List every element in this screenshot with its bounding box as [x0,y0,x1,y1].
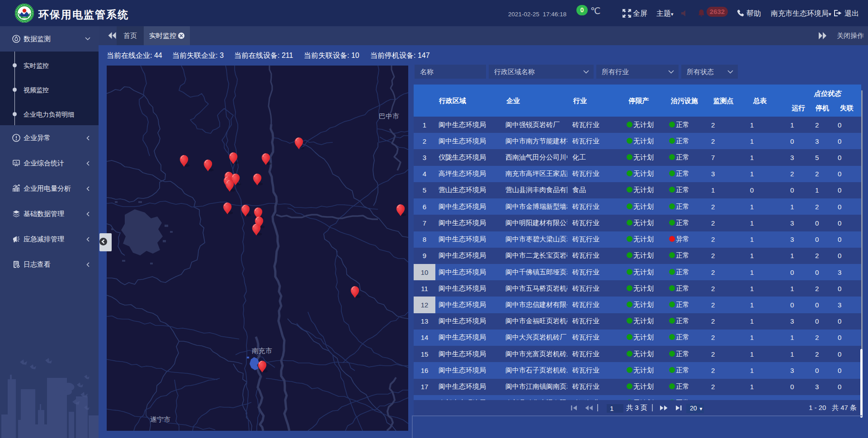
svg-text:遂宁市: 遂宁市 [150,415,170,423]
svg-text:南充市: 南充市 [252,347,272,354]
svg-text:巴中市: 巴中市 [379,112,399,120]
